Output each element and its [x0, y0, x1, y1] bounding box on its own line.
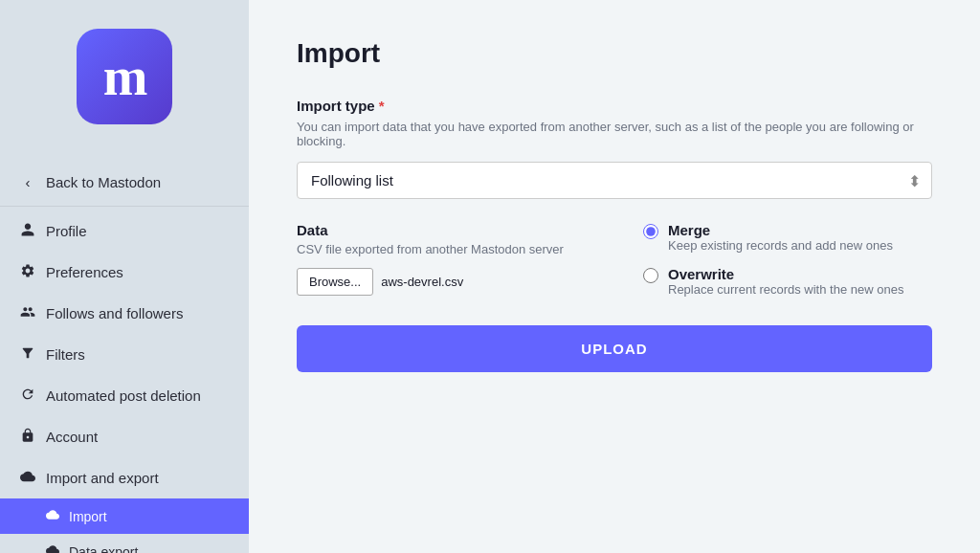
overwrite-option: Overwrite Replace current records with t…	[643, 266, 932, 297]
overwrite-label: Overwrite	[668, 266, 903, 282]
overwrite-radio[interactable]	[643, 268, 658, 283]
gear-icon	[19, 263, 36, 281]
people-icon	[19, 304, 36, 322]
import-type-select-wrap: Following list Blocking list Muting list…	[297, 162, 932, 199]
overwrite-description: Replace current records with the new one…	[668, 282, 903, 297]
upload-button[interactable]: UPLOAD	[297, 325, 932, 372]
sidebar-item-label: Import and export	[46, 470, 159, 486]
data-right-section: Merge Keep existing records and add new …	[643, 222, 932, 297]
import-type-select[interactable]: Following list Blocking list Muting list…	[297, 162, 932, 199]
sidebar-item-profile[interactable]: Profile	[0, 210, 249, 252]
import-type-section: Import type * You can import data that y…	[297, 98, 932, 199]
sidebar-item-import[interactable]: Import	[0, 498, 249, 534]
lock-icon	[19, 428, 36, 446]
merge-option-text: Merge Keep existing records and add new …	[668, 222, 893, 253]
overwrite-option-text: Overwrite Replace current records with t…	[668, 266, 903, 297]
import-type-description: You can import data that you have export…	[297, 120, 932, 148]
sidebar-item-label: Back to Mastodon	[46, 174, 161, 190]
logo-letter: m	[103, 50, 146, 103]
sidebar-item-follows[interactable]: Follows and followers	[0, 293, 249, 334]
sidebar-item-data-export[interactable]: Data export	[0, 534, 249, 553]
sidebar-item-automated[interactable]: Automated post deletion	[0, 375, 249, 416]
sidebar-item-back[interactable]: ‹ Back to Mastodon	[0, 163, 249, 202]
sidebar-item-preferences[interactable]: Preferences	[0, 252, 249, 293]
data-row: Data CSV file exported from another Mast…	[297, 222, 932, 297]
filter-icon	[19, 345, 36, 364]
required-indicator: *	[379, 98, 385, 114]
sidebar-item-label: Account	[46, 429, 98, 445]
sidebar-nav: ‹ Back to Mastodon Profile Preferences F…	[0, 163, 249, 553]
cloud-download-icon	[46, 543, 59, 553]
sidebar-item-account[interactable]: Account	[0, 416, 249, 457]
clock-icon	[19, 387, 36, 405]
chevron-left-icon: ‹	[19, 174, 36, 190]
merge-option: Merge Keep existing records and add new …	[643, 222, 932, 253]
file-input-row: Browse... aws-devrel.csv	[297, 268, 586, 296]
sidebar-item-label: Automated post deletion	[46, 387, 201, 404]
browse-button[interactable]: Browse...	[297, 268, 373, 296]
sidebar-item-label: Filters	[46, 346, 85, 363]
sidebar-item-label: Preferences	[46, 264, 123, 280]
sidebar-item-filters[interactable]: Filters	[0, 334, 249, 375]
file-name-display: aws-devrel.csv	[381, 275, 463, 289]
merge-description: Keep existing records and add new ones	[668, 238, 893, 253]
cloud-icon	[19, 469, 36, 487]
logo-background: m	[77, 29, 172, 124]
sidebar-item-label: Profile	[46, 223, 87, 239]
sidebar: m ‹ Back to Mastodon Profile Preferences…	[0, 0, 249, 553]
data-section-label: Data	[297, 222, 586, 238]
sidebar-item-label: Data export	[69, 544, 138, 554]
data-left-section: Data CSV file exported from another Mast…	[297, 222, 586, 296]
radio-group: Merge Keep existing records and add new …	[643, 222, 932, 297]
cloud-upload-icon	[46, 508, 59, 524]
sidebar-item-label: Follows and followers	[46, 305, 183, 321]
merge-label: Merge	[668, 222, 893, 238]
import-type-label: Import type *	[297, 98, 932, 114]
merge-radio[interactable]	[643, 224, 658, 239]
page-title: Import	[297, 38, 932, 69]
data-section-description: CSV file exported from another Mastodon …	[297, 242, 586, 256]
sidebar-item-import-export[interactable]: Import and export	[0, 457, 249, 498]
main-content: Import Import type * You can import data…	[249, 0, 980, 553]
logo-wrap: m	[0, 19, 249, 134]
sidebar-item-label: Import	[69, 509, 107, 524]
person-icon	[19, 222, 36, 240]
